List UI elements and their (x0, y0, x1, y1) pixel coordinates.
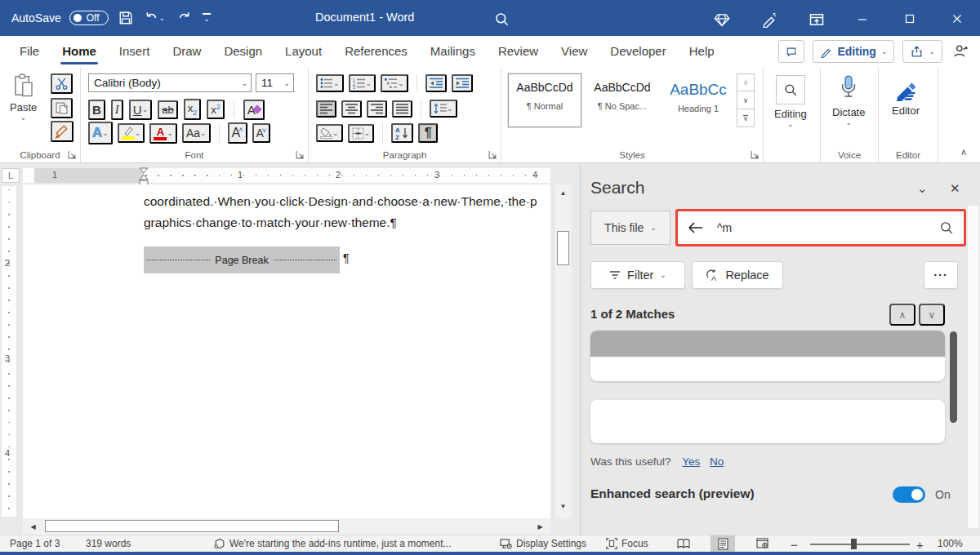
subscript-button[interactable]: x2 (184, 99, 202, 120)
document-text-line[interactable]: coordinated.·When·you·click·Design·and·c… (144, 194, 550, 209)
clear-formatting-button[interactable]: A (243, 100, 265, 120)
style-heading1[interactable]: AaBbCc Heading 1 (663, 73, 733, 127)
vertical-scrollbar[interactable]: ▲ ▼ (554, 184, 572, 518)
autosave-toggle[interactable]: Off (69, 11, 109, 25)
align-left-button[interactable] (316, 100, 336, 118)
pane-close-icon[interactable]: ✕ (950, 181, 960, 196)
editor-button[interactable]: Editor (892, 77, 920, 117)
borders-button[interactable]: ⌄ (348, 124, 375, 143)
web-layout-button[interactable] (750, 535, 774, 552)
search-submit-icon[interactable] (939, 220, 954, 235)
redo-button[interactable] (175, 9, 193, 27)
tab-file[interactable]: File (8, 36, 51, 67)
ribbon-display-options-button[interactable] (807, 10, 826, 29)
dictate-button[interactable]: Dictate ⌄ (832, 75, 865, 127)
print-layout-button[interactable] (710, 535, 735, 552)
horizontal-ruler[interactable]: 1 1 2 3 4 (23, 168, 550, 183)
decrease-indent-button[interactable] (425, 74, 447, 92)
shrink-font-button[interactable]: A˅ (252, 123, 271, 143)
vertical-ruler[interactable]: 2 3 4 (2, 186, 16, 517)
font-size-combo[interactable]: 11⌄ (256, 73, 294, 92)
italic-button[interactable]: I (111, 100, 123, 120)
tab-insert[interactable]: Insert (108, 36, 162, 67)
whats-new-button[interactable] (760, 10, 779, 29)
tab-stop-selector[interactable]: L (2, 168, 20, 183)
replace-button[interactable]: A Replace (692, 261, 783, 289)
bullets-button[interactable]: ⌄ (316, 74, 344, 92)
cut-button[interactable] (51, 73, 73, 94)
document-page[interactable]: coordinated.·When·you·click·Design·and·c… (23, 184, 550, 518)
presence-button[interactable] (951, 42, 970, 61)
align-center-button[interactable] (341, 100, 362, 118)
enhanced-search-toggle[interactable] (893, 486, 925, 503)
paragraph-dialog-launcher[interactable] (488, 150, 497, 159)
tab-review[interactable]: Review (487, 36, 550, 67)
superscript-button[interactable]: x2 (207, 100, 225, 119)
multilevel-list-button[interactable]: ⌄ (381, 74, 408, 92)
tab-developer[interactable]: Developer (599, 36, 677, 67)
zoom-level[interactable]: 100% (938, 538, 963, 549)
styles-dialog-launcher[interactable] (751, 150, 760, 159)
text-effects-button[interactable]: A⌄ (88, 122, 113, 144)
scroll-up-arrow[interactable]: ▲ (556, 186, 570, 200)
styles-scroll-up-button[interactable]: ∧ (737, 73, 755, 91)
titlebar-search-button[interactable] (492, 10, 511, 29)
paste-button[interactable]: Paste ⌄ (10, 73, 37, 122)
scroll-down-arrow[interactable]: ▼ (556, 500, 570, 513)
save-button[interactable] (117, 9, 135, 27)
addin-status[interactable]: We're starting the add-ins runtime, just… (214, 538, 452, 549)
results-scroll-thumb[interactable] (950, 331, 957, 423)
show-formatting-marks-button[interactable]: ¶ (418, 123, 438, 143)
tab-design[interactable]: Design (212, 36, 274, 67)
shading-button[interactable]: ⌄ (316, 124, 343, 143)
page-indicator[interactable]: Page 1 of 3 (10, 538, 60, 549)
strikethrough-button[interactable]: ab (158, 100, 177, 119)
grow-font-button[interactable]: A˄ (228, 122, 247, 144)
bold-button[interactable]: B (88, 100, 105, 120)
style-no-spacing[interactable]: AaBbCcDd ¶ No Spac... (586, 73, 659, 127)
focus-button[interactable]: Focus (606, 538, 648, 549)
pane-collapse-chevron[interactable]: ⌄ (917, 181, 928, 196)
display-settings-button[interactable]: Display Settings (500, 538, 586, 549)
feedback-yes-link[interactable]: Yes (682, 455, 700, 468)
scroll-right-arrow[interactable]: ▶ (533, 520, 547, 534)
scroll-left-arrow[interactable]: ◀ (26, 520, 40, 534)
horizontal-scroll-thumb[interactable] (45, 520, 339, 532)
search-input[interactable]: ^m (675, 209, 966, 246)
font-name-combo[interactable]: Calibri (Body)⌄ (88, 73, 252, 92)
zoom-slider-thumb[interactable] (851, 539, 857, 549)
minimize-button[interactable] (854, 11, 871, 28)
undo-button[interactable]: ⌄ (143, 9, 167, 27)
editing-mode-dropdown[interactable]: Editing ⌄ (813, 40, 894, 63)
word-count[interactable]: 319 words (86, 538, 131, 549)
format-painter-button[interactable] (51, 121, 74, 142)
back-arrow-icon[interactable] (688, 221, 704, 234)
filter-button[interactable]: Filter ⌄ (590, 261, 685, 289)
premium-button[interactable] (712, 10, 732, 29)
comments-button[interactable] (778, 40, 804, 63)
justify-button[interactable] (392, 100, 412, 118)
tab-references[interactable]: References (333, 36, 419, 67)
search-scope-dropdown[interactable]: This file ⌄ (590, 211, 670, 245)
highlight-button[interactable]: ⌄ (118, 123, 145, 143)
styles-scroll-down-button[interactable]: ∨ (737, 91, 755, 109)
read-mode-button[interactable] (671, 535, 696, 552)
tab-view[interactable]: View (550, 36, 599, 67)
align-right-button[interactable] (367, 100, 387, 118)
font-dialog-launcher[interactable] (296, 150, 305, 159)
increase-indent-button[interactable] (452, 74, 473, 92)
tab-layout[interactable]: Layout (274, 36, 333, 67)
maximize-button[interactable] (902, 11, 918, 27)
close-button[interactable] (949, 11, 965, 27)
tab-help[interactable]: Help (678, 36, 726, 67)
feedback-no-link[interactable]: No (710, 455, 724, 468)
document-text-line[interactable]: graphics·change·to·match·your·new·theme.… (144, 215, 550, 230)
pane-scrollbar-track[interactable] (968, 206, 978, 528)
editing-dropdown-button[interactable]: Editing ⌄ (774, 75, 807, 128)
collapse-ribbon-button[interactable]: ∧ (960, 147, 967, 158)
style-normal[interactable]: AaBbCcDd ¶ Normal (508, 73, 581, 127)
horizontal-scrollbar[interactable]: ◀ ▶ (23, 518, 550, 535)
copy-button[interactable] (51, 98, 73, 118)
zoom-in-button[interactable]: + (916, 538, 924, 552)
tab-draw[interactable]: Draw (161, 36, 212, 67)
